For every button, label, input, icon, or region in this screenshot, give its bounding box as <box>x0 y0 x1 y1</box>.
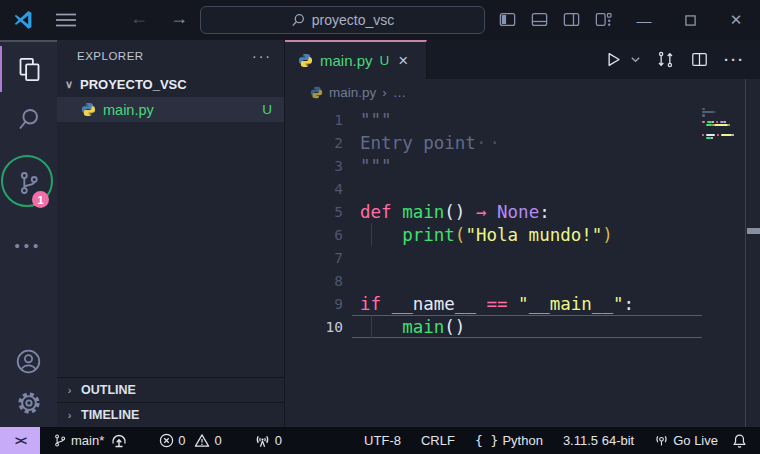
ports-status-item[interactable]: 0 <box>247 427 289 454</box>
line-number: 9 <box>285 296 343 312</box>
breadcrumb-file-label: main.py <box>329 85 376 100</box>
python-file-icon <box>298 53 313 68</box>
line-number: 3 <box>285 158 343 174</box>
layout-controls <box>498 10 613 29</box>
close-window-button[interactable]: ✕ <box>714 0 758 40</box>
remote-indicator[interactable]: >< <box>0 427 40 454</box>
overview-ruler[interactable] <box>745 79 760 427</box>
line-content: def main() → None: <box>343 202 550 222</box>
breadcrumb-separator: › <box>382 85 387 100</box>
split-editor-icon[interactable] <box>690 50 709 69</box>
customize-layout-icon[interactable] <box>594 10 613 29</box>
git-branch-icon <box>53 433 67 448</box>
radio-tower-icon <box>254 433 271 449</box>
minimap[interactable] <box>702 108 742 140</box>
warnings-icon <box>194 433 210 448</box>
menu-icon[interactable] <box>56 13 76 27</box>
sidebar-title: EXPLORER <box>77 50 144 62</box>
line-number: 2 <box>285 135 343 151</box>
project-root-row[interactable]: ∨ PROYECTO_VSC <box>57 72 284 97</box>
run-python-file-button[interactable] <box>604 50 623 69</box>
timeline-section-header[interactable]: › TIMELINE <box>57 402 284 427</box>
problems-status-item[interactable]: 0 0 <box>152 427 228 454</box>
git-status-badge: U <box>262 102 272 117</box>
title-bar: ← → proyecto_vsc <box>0 0 760 40</box>
braces-icon: { } <box>475 433 498 448</box>
line-number: 1 <box>285 112 343 128</box>
overview-ruler-cursor-marker <box>747 228 760 234</box>
code-line[interactable]: 2Entry point·· <box>285 131 760 154</box>
code-line[interactable]: 10 main() <box>285 315 760 338</box>
command-center-search[interactable]: proyecto_vsc <box>200 6 485 34</box>
line-number: 4 <box>285 181 343 197</box>
close-tab-icon[interactable]: × <box>398 52 408 69</box>
back-arrow-icon[interactable]: ← <box>130 8 148 29</box>
toggle-sidebar-icon[interactable] <box>498 10 517 29</box>
explorer-more-actions-icon[interactable]: ··· <box>252 48 272 64</box>
branch-status-item[interactable]: main* <box>46 427 134 454</box>
status-bar: >< main* 0 <box>0 427 760 454</box>
encoding-status-item[interactable]: UTF-8 <box>357 427 408 454</box>
line-content: main() <box>343 317 465 337</box>
code-line[interactable]: 8 <box>285 269 760 292</box>
files-icon <box>16 56 43 83</box>
bell-icon <box>732 433 747 449</box>
branch-name: main* <box>71 433 104 448</box>
forward-arrow-icon[interactable]: → <box>170 8 188 29</box>
notifications-bell-item[interactable] <box>725 427 754 454</box>
code-line[interactable]: 4 <box>285 177 760 200</box>
line-content: """ <box>343 156 392 176</box>
editor-content: main.py › … 1"""2Entry point··3"""45def … <box>285 79 760 427</box>
publish-changes-icon <box>111 433 127 449</box>
language-mode-status-item[interactable]: { } Python <box>468 427 550 454</box>
minimize-button[interactable]: — <box>622 0 666 40</box>
code-line[interactable]: 5def main() → None: <box>285 200 760 223</box>
settings-button[interactable] <box>15 389 43 417</box>
ports-count: 0 <box>275 433 282 448</box>
python-file-icon <box>81 102 96 117</box>
file-name: main.py <box>103 102 154 118</box>
explorer-empty-space[interactable] <box>57 122 284 377</box>
errors-icon <box>159 433 174 448</box>
explorer-sidebar: EXPLORER ··· ∨ PROYECTO_VSC main.py U › … <box>57 40 285 427</box>
python-file-icon <box>310 86 323 99</box>
editor-group: main.py U × <box>285 40 760 427</box>
activity-bar: 1 ••• <box>0 40 57 427</box>
chevron-right-icon: › <box>63 409 76 421</box>
tab-bar: main.py U × <box>285 40 760 79</box>
sidebar-header: EXPLORER ··· <box>57 40 284 72</box>
eol-status-item[interactable]: CRLF <box>414 427 462 454</box>
tab-label: main.py <box>320 52 373 69</box>
file-row-main-py[interactable]: main.py U <box>57 97 284 122</box>
open-changes-icon[interactable] <box>656 50 675 69</box>
account-icon <box>15 348 42 375</box>
run-dropdown-chevron-icon[interactable] <box>630 54 641 65</box>
breadcrumb-file[interactable]: main.py <box>310 85 376 100</box>
toggle-secondary-sidebar-icon[interactable] <box>562 10 581 29</box>
search-value: proyecto_vsc <box>312 12 394 28</box>
line-content: if __name__ == "__main__": <box>343 294 634 314</box>
tab-main-py[interactable]: main.py U × <box>285 40 427 79</box>
outline-section-header[interactable]: › OUTLINE <box>57 377 284 402</box>
sidebar-item-explorer[interactable] <box>0 46 57 92</box>
toggle-panel-icon[interactable] <box>530 10 549 29</box>
code-line[interactable]: 3""" <box>285 154 760 177</box>
sidebar-item-source-control[interactable]: 1 <box>0 156 57 210</box>
breadcrumb-symbol-more[interactable]: … <box>393 85 407 100</box>
accounts-button[interactable] <box>15 348 42 375</box>
maximize-button[interactable] <box>668 0 712 40</box>
go-live-status-item[interactable]: Go Live <box>647 427 725 454</box>
gear-icon <box>15 389 43 417</box>
editor-actions: ··· <box>604 40 760 79</box>
additional-views-button[interactable]: ••• <box>0 222 57 268</box>
line-content: """ <box>343 110 392 130</box>
code-line[interactable]: 1""" <box>285 108 760 131</box>
code-line[interactable]: 6 print("Hola mundo!") <box>285 223 760 246</box>
editor-more-actions-icon[interactable]: ··· <box>724 51 745 68</box>
code-line[interactable]: 7 <box>285 246 760 269</box>
sidebar-item-search[interactable] <box>0 96 57 142</box>
line-number: 10 <box>285 319 343 335</box>
code-line[interactable]: 9if __name__ == "__main__": <box>285 292 760 315</box>
python-interpreter-status-item[interactable]: 3.11.5 64-bit <box>556 427 641 454</box>
line-number: 7 <box>285 250 343 266</box>
